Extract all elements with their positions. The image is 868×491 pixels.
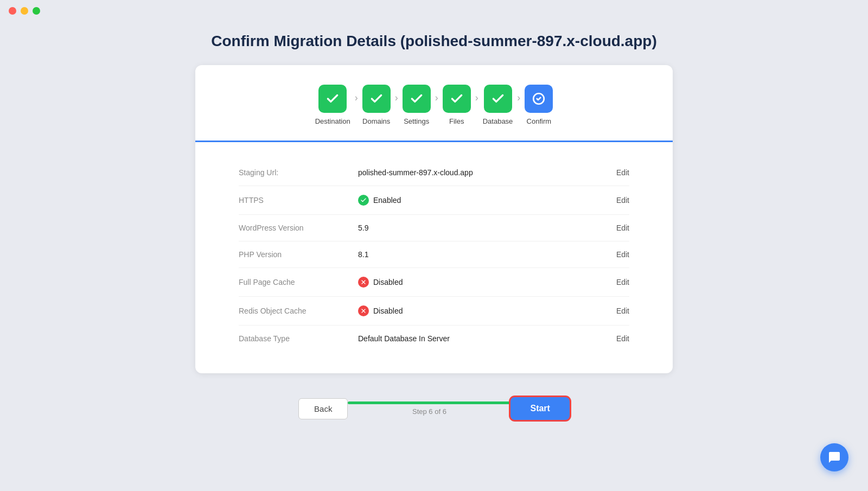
step-destination-label: Destination xyxy=(315,117,350,125)
stepper: Destination › Domains › Settings › xyxy=(195,85,673,141)
step-destination-icon[interactable] xyxy=(318,85,347,113)
detail-row-wp-version: WordPress Version 5.9 Edit xyxy=(239,215,629,241)
value-database-type: Default Database In Server xyxy=(358,334,616,343)
detail-row-php-version: PHP Version 8.1 Edit xyxy=(239,241,629,268)
label-wp-version: WordPress Version xyxy=(239,224,358,232)
step-destination: Destination xyxy=(315,85,350,125)
step-domains-icon[interactable] xyxy=(362,85,391,113)
arrow-2: › xyxy=(395,92,398,104)
redis-cache-status-icon xyxy=(358,305,369,316)
check-icon xyxy=(450,92,464,106)
https-status-icon xyxy=(358,195,369,206)
label-redis-cache: Redis Object Cache xyxy=(239,307,358,315)
label-https: HTTPS xyxy=(239,196,358,205)
label-staging-url: Staging Url: xyxy=(239,168,358,177)
bottom-bar: Back Step 6 of 6 Start xyxy=(103,386,765,431)
full-page-cache-value-text: Disabled xyxy=(373,278,403,286)
check-icon xyxy=(360,197,367,203)
main-card: Destination › Domains › Settings › xyxy=(195,65,673,373)
step-database-icon[interactable] xyxy=(484,85,512,113)
chat-button[interactable] xyxy=(820,443,848,471)
label-database-type: Database Type xyxy=(239,334,358,343)
x-icon xyxy=(360,279,367,285)
arrow-1: › xyxy=(355,92,358,104)
step-files-icon[interactable] xyxy=(443,85,471,113)
page: Confirm Migration Details (polished-summ… xyxy=(0,22,868,491)
value-https: Enabled xyxy=(358,195,616,206)
label-full-page-cache: Full Page Cache xyxy=(239,278,358,286)
edit-database-type[interactable]: Edit xyxy=(616,334,629,343)
https-value-text: Enabled xyxy=(373,196,401,205)
step-confirm: Confirm xyxy=(525,85,553,125)
arrow-4: › xyxy=(475,92,478,104)
edit-full-page-cache[interactable]: Edit xyxy=(616,278,629,286)
value-full-page-cache: Disabled xyxy=(358,277,616,288)
step-confirm-label: Confirm xyxy=(527,117,552,125)
edit-staging-url[interactable]: Edit xyxy=(616,168,629,177)
detail-row-redis-cache: Redis Object Cache Disabled Edit xyxy=(239,297,629,326)
circle-check-icon xyxy=(532,92,546,106)
progress-bar-fill xyxy=(348,401,510,404)
edit-php-version[interactable]: Edit xyxy=(616,250,629,259)
check-icon xyxy=(369,92,384,106)
value-php-version: 8.1 xyxy=(358,250,616,259)
detail-row-full-page-cache: Full Page Cache Disabled Edit xyxy=(239,268,629,297)
edit-https[interactable]: Edit xyxy=(616,196,629,205)
label-php-version: PHP Version xyxy=(239,250,358,259)
step-database: Database xyxy=(483,85,513,125)
detail-row-https: HTTPS Enabled Edit xyxy=(239,186,629,215)
step-domains-label: Domains xyxy=(362,117,390,125)
step-files: Files xyxy=(443,85,471,125)
start-button[interactable]: Start xyxy=(510,397,569,420)
detail-row-staging-url: Staging Url: polished-summer-897.x-cloud… xyxy=(239,160,629,186)
value-wp-version: 5.9 xyxy=(358,224,616,232)
step-text: Step 6 of 6 xyxy=(412,407,446,416)
value-staging-url: polished-summer-897.x-cloud.app xyxy=(358,168,616,177)
close-dot[interactable] xyxy=(9,7,16,15)
full-page-cache-status-icon xyxy=(358,277,369,288)
step-settings: Settings xyxy=(403,85,431,125)
step-domains: Domains xyxy=(362,85,391,125)
detail-row-database-type: Database Type Default Database In Server… xyxy=(239,326,629,352)
edit-wp-version[interactable]: Edit xyxy=(616,224,629,232)
x-icon xyxy=(360,308,367,314)
step-settings-icon[interactable] xyxy=(403,85,431,113)
value-redis-cache: Disabled xyxy=(358,305,616,316)
maximize-dot[interactable] xyxy=(33,7,40,15)
window-bar xyxy=(0,0,868,22)
back-button[interactable]: Back xyxy=(298,398,348,419)
edit-redis-cache[interactable]: Edit xyxy=(616,307,629,315)
minimize-dot[interactable] xyxy=(21,7,28,15)
step-files-label: Files xyxy=(449,117,464,125)
details-section: Staging Url: polished-summer-897.x-cloud… xyxy=(195,142,673,373)
redis-cache-value-text: Disabled xyxy=(373,307,403,315)
step-settings-label: Settings xyxy=(404,117,429,125)
step-confirm-icon[interactable] xyxy=(525,85,553,113)
arrow-5: › xyxy=(517,92,520,104)
step-database-label: Database xyxy=(483,117,513,125)
step-progress: Step 6 of 6 xyxy=(348,401,510,416)
page-title: Confirm Migration Details (polished-summ… xyxy=(211,33,656,50)
check-icon xyxy=(491,92,505,106)
chat-icon xyxy=(828,451,841,464)
check-icon xyxy=(326,92,340,106)
check-icon xyxy=(410,92,424,106)
arrow-3: › xyxy=(435,92,438,104)
progress-bar-wrap xyxy=(348,401,510,404)
